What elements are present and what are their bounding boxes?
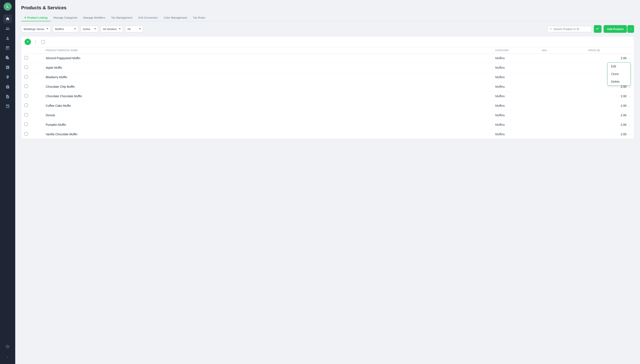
more-options-button[interactable]: ⋮ xyxy=(33,39,38,45)
row-price-value: 2.00 xyxy=(621,56,626,60)
context-menu-clone[interactable]: Clone xyxy=(608,70,630,78)
sidebar-item-team[interactable] xyxy=(3,34,12,43)
row-product-name: Donuts xyxy=(46,114,495,117)
search-input[interactable] xyxy=(554,28,589,31)
sidebar-expand-btn[interactable]: › xyxy=(3,352,12,362)
type-filter[interactable]: AllProductService xyxy=(125,26,143,32)
add-row-button[interactable]: + xyxy=(25,39,31,45)
row-product-name: Blueberry Muffin xyxy=(46,76,495,79)
tab-manage-categories[interactable]: Manage Categories xyxy=(50,14,80,21)
context-menu: Edit Clone Delete xyxy=(607,62,631,86)
row-price: 2.00 ⌄ xyxy=(588,132,631,136)
add-product-button[interactable]: Add Product xyxy=(604,25,627,33)
row-checkbox-cell xyxy=(25,122,35,127)
table-row: Apple Muffin Muffins 2.00 ⌄ xyxy=(21,63,634,72)
row-category: Muffins xyxy=(495,76,542,79)
sidebar-item-calendar[interactable] xyxy=(3,44,12,52)
tab-star-icon: ★ xyxy=(24,16,26,19)
table-row: Almond Poppyseed Muffin Muffins 2.00 ⌄ E… xyxy=(21,54,634,63)
vendor-filter[interactable]: All VendorsVendor 1 xyxy=(101,26,123,32)
row-checkbox-cell xyxy=(25,75,35,79)
row-checkbox-cell xyxy=(25,66,35,70)
table-row: Blueberry Muffin Muffins 2.00 ⌄ xyxy=(21,72,634,82)
row-checkbox[interactable] xyxy=(25,104,28,107)
row-category: Muffins xyxy=(495,56,542,60)
row-checkbox[interactable] xyxy=(25,113,28,116)
tab-color-management[interactable]: Color Management xyxy=(161,14,190,21)
column-headers: PRODUCT/SERVICE NAME CATEGORY SKU PRICE … xyxy=(21,47,634,54)
select-all-checkbox[interactable] xyxy=(42,40,45,44)
sidebar-item-people[interactable] xyxy=(3,24,12,33)
row-expand-button[interactable]: ⌄ xyxy=(628,114,631,117)
row-checkbox[interactable] xyxy=(25,94,28,98)
col-actions xyxy=(35,49,46,52)
table-row: Chocolate Chip Muffin Muffins 2.00 ⌄ xyxy=(21,82,634,92)
row-price: 2.00 ⌄ xyxy=(588,56,631,60)
sidebar-item-power[interactable] xyxy=(3,342,12,351)
row-expand-button[interactable]: ⌄ xyxy=(628,133,631,136)
row-checkbox[interactable] xyxy=(25,84,28,88)
row-product-name: Vanilla Chocolate Muffin xyxy=(46,132,495,136)
category-filter[interactable]: MuffinsAll Categories xyxy=(53,26,78,32)
col-name: PRODUCT/SERVICE NAME xyxy=(46,49,495,52)
sidebar-item-register[interactable] xyxy=(3,82,12,91)
sidebar-item-analytics[interactable] xyxy=(3,63,12,72)
table-row: Chocolate Chocolate Muffin Muffins 2.00 … xyxy=(21,92,634,101)
row-product-name: Apple Muffin xyxy=(46,66,495,69)
sidebar-item-discount[interactable] xyxy=(3,53,12,62)
row-category: Muffins xyxy=(495,94,542,98)
row-price-value: 2.00 xyxy=(621,123,626,126)
row-price-value: 2.00 xyxy=(621,104,626,108)
row-product-name: Chocolate Chocolate Muffin xyxy=(46,94,495,98)
col-category: CATEGORY xyxy=(495,49,542,52)
sidebar-item-schedule[interactable] xyxy=(3,102,12,111)
sidebar-item-home[interactable] xyxy=(3,14,12,23)
row-checkbox[interactable] xyxy=(25,56,28,60)
row-checkbox[interactable] xyxy=(25,132,28,136)
row-price: 2.00 ⌄ xyxy=(588,104,631,108)
row-checkbox[interactable] xyxy=(25,75,28,78)
add-product-dropdown-button[interactable] xyxy=(627,25,634,33)
context-menu-edit[interactable]: Edit xyxy=(608,62,630,70)
row-expand-button[interactable]: ⌄ xyxy=(628,95,631,98)
status-filter[interactable]: ActiveInactiveAll xyxy=(80,26,98,32)
row-checkbox-cell xyxy=(25,56,35,60)
row-category: Muffins xyxy=(495,114,542,117)
tab-tax-management[interactable]: Tax Management xyxy=(108,14,135,21)
tab-product-listing[interactable]: ★ Product Listing xyxy=(21,14,50,21)
tab-tax-rules[interactable]: Tax Rules xyxy=(190,14,208,21)
row-checkbox-cell xyxy=(25,94,35,98)
row-checkbox-cell xyxy=(25,104,35,108)
filter-sort-button[interactable] xyxy=(594,25,601,33)
row-price: 2.00 ⌄ xyxy=(588,94,631,98)
row-price-value: 2.00 xyxy=(621,94,626,98)
row-expand-button[interactable]: ⌄ xyxy=(628,123,631,126)
row-checkbox[interactable] xyxy=(25,122,28,126)
search-icon xyxy=(550,28,552,30)
venue-filter[interactable]: Weddings VenueAll Venues xyxy=(21,26,51,32)
table-row: Vanilla Chocolate Muffin Muffins 2.00 ⌄ xyxy=(21,130,634,139)
tab-unit-conversion[interactable]: Unit Conversion xyxy=(135,14,161,21)
row-expand-button[interactable]: ⌄ xyxy=(628,85,631,88)
table-body: Almond Poppyseed Muffin Muffins 2.00 ⌄ E… xyxy=(21,54,634,139)
context-menu-delete[interactable]: Delete xyxy=(608,78,630,86)
sidebar-item-location[interactable] xyxy=(3,73,12,82)
tab-manage-modifiers[interactable]: Manage Modifiers xyxy=(80,14,108,21)
row-checkbox-cell xyxy=(25,84,35,89)
row-price-value: 2.00 xyxy=(621,132,626,136)
row-category: Muffins xyxy=(495,132,542,136)
row-expand-button[interactable]: ⌄ xyxy=(628,104,631,107)
table-header-actions: + ⋮ xyxy=(21,36,634,47)
sidebar-item-reports[interactable] xyxy=(3,92,12,101)
row-category: Muffins xyxy=(495,66,542,69)
row-product-name: Pumpkin Muffin xyxy=(46,123,495,126)
avatar[interactable]: L xyxy=(4,2,12,10)
main-content: Products & Services ★ Product Listing Ma… xyxy=(15,0,640,364)
row-product-name: Chocolate Chip Muffin xyxy=(46,85,495,88)
row-product-name: Coffee Cake Muffin xyxy=(46,104,495,108)
row-expand-button[interactable]: ⌄ xyxy=(628,57,631,60)
row-checkbox[interactable] xyxy=(25,66,28,69)
sort-icon xyxy=(596,27,599,31)
row-price-value: 2.00 xyxy=(621,114,626,117)
row-category: Muffins xyxy=(495,104,542,108)
